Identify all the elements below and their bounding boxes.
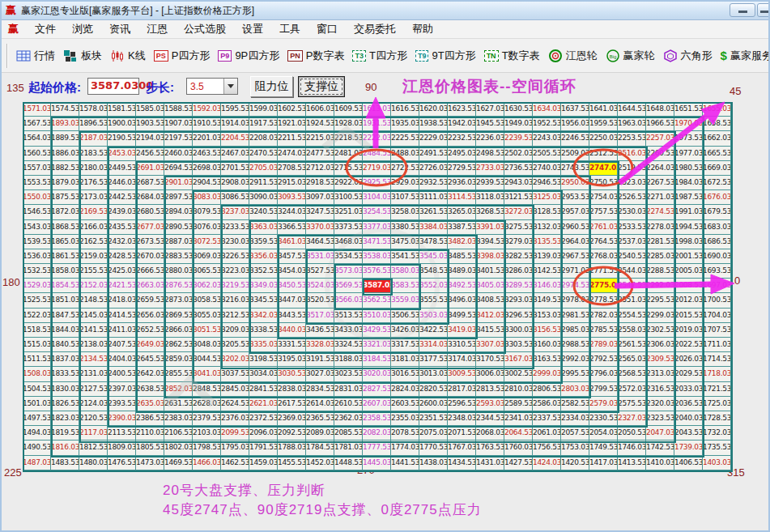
grid-cell: 2824.03 xyxy=(391,382,419,397)
toolbar-item-9[interactable]: 江恩轮 xyxy=(544,46,602,66)
grid-cell: 1844.03 xyxy=(51,323,79,338)
grid-cell: 2099.53 xyxy=(221,426,249,440)
menu-item-3[interactable]: 江恩 xyxy=(138,20,176,38)
grid-cell: 2215.03 xyxy=(306,131,334,146)
support-button[interactable]: 支撑位 xyxy=(298,76,345,97)
menu-item-1[interactable]: 浏览 xyxy=(64,20,101,38)
grid-cell: 1445.03 xyxy=(363,456,391,470)
grid-cell: 1578.03 xyxy=(79,102,108,117)
grid-cell: 3016.53 xyxy=(391,367,419,381)
grid-cell: 1700.53 xyxy=(703,293,731,308)
grid-cell: 2775.03 xyxy=(589,279,618,293)
grid-cell: 3436.53 xyxy=(306,323,334,338)
grid-cell: 1847.53 xyxy=(51,309,79,323)
toolbar-item-4[interactable]: P99P四方形 xyxy=(214,46,283,66)
grid-cell: 2908.03 xyxy=(221,176,249,190)
toolbar-item-0[interactable]: 行情 xyxy=(12,46,59,66)
grid-cell: 2456.53 xyxy=(136,147,164,161)
grid-cell: 2264.03 xyxy=(646,161,674,176)
minimize-button[interactable] xyxy=(730,3,755,17)
chevron-down-icon[interactable] xyxy=(223,79,237,94)
menu-item-0[interactable]: 文件 xyxy=(27,20,64,38)
grid-cell: 2442.53 xyxy=(108,190,136,205)
grid-cell: 3405.03 xyxy=(476,279,504,293)
grid-cell: 3496.03 xyxy=(448,293,476,308)
menu-item-6[interactable]: 工具 xyxy=(271,20,308,38)
grid-cell: 2551.03 xyxy=(618,293,646,308)
grid-cell: 1672.53 xyxy=(703,176,731,190)
grid-cell: 2670.03 xyxy=(136,249,164,264)
toolbar-item-1[interactable]: 板块 xyxy=(59,46,106,66)
grid-cell: 1886.03 xyxy=(51,147,79,161)
grid-cell: 2337.53 xyxy=(533,411,561,426)
menu-item-7[interactable]: 窗口 xyxy=(308,20,346,38)
toolbar-item-8[interactable]: TNT数字表 xyxy=(480,46,544,66)
grid-cell: 1721.53 xyxy=(703,382,731,397)
grid-cell: 2372.53 xyxy=(249,411,278,426)
start-price-input[interactable]: 3587.0300 xyxy=(87,78,139,95)
grid-cell: 3489.03 xyxy=(448,264,476,279)
grid-cell: 3548.53 xyxy=(419,264,448,279)
menu-item-2[interactable]: 资讯 xyxy=(101,20,138,38)
grid-cell: 3219.53 xyxy=(221,279,249,293)
grid-cell: 2365.53 xyxy=(306,411,334,426)
grid-cell: 3237.03 xyxy=(221,205,249,219)
grid-cell: 1543.03 xyxy=(23,220,51,235)
grid-cell: 3461.03 xyxy=(278,235,306,249)
grid-cell: 2715.53 xyxy=(334,161,363,176)
grid-cell: 2306.03 xyxy=(646,338,674,352)
maximize-button[interactable] xyxy=(757,3,768,17)
winner-wheel-icon: Big xyxy=(606,49,620,62)
step-combobox[interactable]: 3.5 xyxy=(186,78,238,95)
grid-cell: 3146.03 xyxy=(533,279,561,293)
grid-cell: 3356.03 xyxy=(249,249,278,264)
grid-cell: 1781.03 xyxy=(334,440,363,455)
grid-cell: 3139.03 xyxy=(533,249,561,264)
resistance-button[interactable]: 阻力位 xyxy=(250,76,293,97)
grid-cell: 2190.53 xyxy=(108,131,136,146)
grid-cell: 3069.03 xyxy=(193,249,221,264)
grid-cell: 2621.03 xyxy=(249,397,278,411)
toolbar-item-12[interactable]: $赢家服务 xyxy=(717,46,770,66)
menu-item-9[interactable]: 帮助 xyxy=(404,20,441,38)
grid-cell: 2582.53 xyxy=(561,397,589,411)
grid-cell: 1980.53 xyxy=(674,161,703,176)
menu-item-4[interactable]: 公式选股 xyxy=(176,20,234,38)
grid-cell: 1417.03 xyxy=(589,456,618,470)
grid-cell: 1462.53 xyxy=(221,456,249,470)
menu-item-5[interactable]: 设置 xyxy=(234,20,271,38)
grid-cell: 3244.03 xyxy=(278,205,306,219)
grid-cell: 2334.03 xyxy=(561,411,589,426)
grid-cell: 2733.03 xyxy=(476,161,504,176)
grid-cell: 1406.53 xyxy=(674,456,703,470)
grid-cell: 1431.03 xyxy=(476,456,504,470)
toolbar-item-5[interactable]: PNP数字表 xyxy=(283,46,348,66)
grid-cell: 1413.53 xyxy=(618,456,646,470)
grid-cell: 2999.03 xyxy=(533,367,561,381)
grid-cell: 3055.03 xyxy=(193,309,221,323)
grid-cell: 1970.03 xyxy=(674,117,703,131)
grid-cell: 1938.53 xyxy=(419,117,448,131)
grid-cell: 2253.53 xyxy=(618,131,646,146)
grid-cell: 1697.03 xyxy=(703,279,731,293)
toolbar-item-2[interactable]: K线 xyxy=(106,46,150,66)
grid-cell: 3191.53 xyxy=(306,352,334,367)
grid-cell: 3020.03 xyxy=(363,367,391,381)
grid-cell: 2782.03 xyxy=(589,309,618,323)
grid-cell: 3408.53 xyxy=(476,293,504,308)
toolbar-item-10[interactable]: Big赢家轮 xyxy=(602,46,659,66)
menu-bar: 赢 文件浏览资讯江恩公式选股设置工具窗口交易委托帮助 xyxy=(2,20,768,39)
toolbar-item-7[interactable]: T99T四方形 xyxy=(411,46,480,66)
grid-cell: 1760.03 xyxy=(504,440,533,455)
grid-cell: 2530.03 xyxy=(618,205,646,219)
menu-item-8[interactable]: 交易委托 xyxy=(346,20,404,38)
grid-cell: 2152.03 xyxy=(79,279,108,293)
grid-cell: 2197.53 xyxy=(164,131,193,146)
toolbar-item-3[interactable]: PSP四方形 xyxy=(150,46,215,66)
grid-cell: 1553.53 xyxy=(23,176,51,190)
grid-cell: 1641.03 xyxy=(589,102,618,117)
grid-cell: 2624.53 xyxy=(221,397,249,411)
grid-cell: 1595.53 xyxy=(221,102,249,117)
toolbar-item-11[interactable]: 六角形 xyxy=(659,46,717,66)
toolbar-item-6[interactable]: T3T四方形 xyxy=(348,46,411,66)
